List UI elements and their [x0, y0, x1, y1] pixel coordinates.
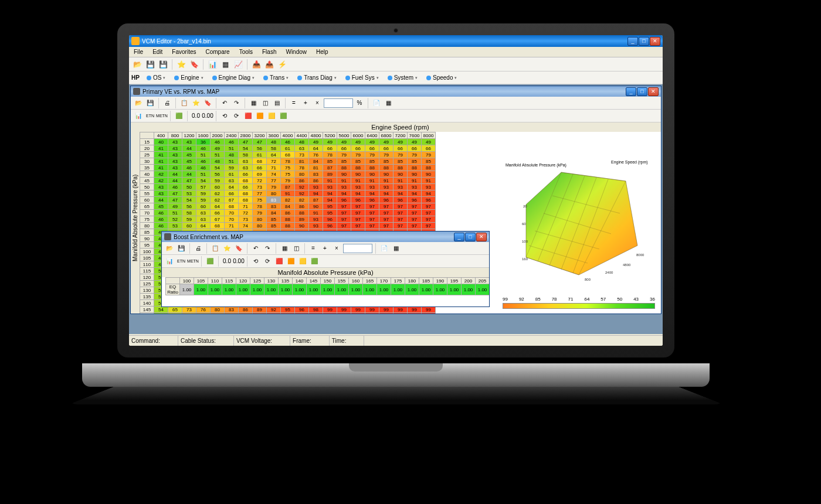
table-cell[interactable]: 86	[295, 203, 309, 210]
table-cell[interactable]: 67	[211, 216, 225, 223]
table-cell[interactable]: 43	[168, 158, 182, 165]
table-cell[interactable]: 97	[295, 313, 309, 314]
table-cell[interactable]: 94	[365, 190, 379, 197]
table-cell[interactable]: 97	[408, 216, 422, 223]
table-cell[interactable]: 1.00	[419, 284, 433, 295]
table-cell[interactable]: 1.00	[236, 284, 250, 295]
table-cell[interactable]: 79	[281, 178, 295, 184]
grid-icon[interactable]: ▦	[219, 59, 231, 70]
paste-icon[interactable]: 📋	[210, 243, 220, 254]
table-cell[interactable]: 97	[379, 203, 393, 210]
mode1-icon[interactable]: 📊	[133, 111, 144, 121]
table-cell[interactable]: 59	[211, 178, 225, 184]
table-cell[interactable]: 43	[168, 145, 182, 152]
table-cell[interactable]: 66	[379, 145, 393, 152]
table-cell[interactable]: 72	[239, 210, 253, 216]
table-cell[interactable]: 47	[168, 197, 182, 203]
save-icon[interactable]: 💾	[176, 243, 186, 254]
table-cell[interactable]: 88	[408, 165, 422, 171]
col-header[interactable]: 3200	[253, 132, 267, 139]
row-header[interactable]: EQ Ratio	[166, 284, 180, 295]
row-header[interactable]: 145	[140, 307, 154, 313]
table-cell[interactable]: 66	[337, 145, 351, 152]
tab-trans-diag[interactable]: Trans Diag▾	[293, 72, 341, 83]
table-cell[interactable]: 93	[351, 184, 365, 190]
table-cell[interactable]: 64	[267, 152, 281, 158]
table-cell[interactable]: 43	[168, 165, 182, 171]
table-cell[interactable]: 1.00	[476, 284, 490, 295]
close-button[interactable]: ✕	[650, 37, 660, 46]
table-cell[interactable]: 93	[379, 184, 393, 190]
table-cell[interactable]: 63	[239, 165, 253, 171]
table-cell[interactable]: 41	[154, 158, 168, 165]
table-cell[interactable]: 91	[408, 178, 422, 184]
table-cell[interactable]: 51	[168, 210, 182, 216]
table-cell[interactable]: 49	[393, 139, 408, 145]
table-cell[interactable]: 94	[309, 190, 323, 197]
table-cell[interactable]: 49	[337, 139, 351, 145]
table-cell[interactable]: 93	[408, 184, 422, 190]
table-cell[interactable]: 49	[365, 139, 379, 145]
table-cell[interactable]: 84	[225, 313, 239, 314]
table-cell[interactable]: 44	[154, 197, 168, 203]
table-cell[interactable]: 41	[154, 145, 168, 152]
table-cell[interactable]: 97	[393, 223, 408, 229]
table-cell[interactable]: 79	[365, 152, 379, 158]
paste-icon[interactable]: 📋	[179, 98, 189, 108]
col-header[interactable]: 115	[222, 278, 236, 284]
undo-icon[interactable]: ↶	[250, 243, 261, 254]
table-cell[interactable]: 74	[267, 171, 281, 178]
view3d-icon[interactable]: ◫	[291, 243, 301, 254]
col-header[interactable]: 145	[307, 278, 321, 284]
table-cell[interactable]: 73	[239, 216, 253, 223]
table-cell[interactable]: 77	[196, 313, 211, 314]
col-header[interactable]: 150	[321, 278, 335, 284]
table-cell[interactable]: 48	[295, 139, 309, 145]
row-header[interactable]: 25	[140, 152, 154, 158]
table-cell[interactable]: 89	[323, 171, 337, 178]
table-cell[interactable]: 97	[393, 210, 408, 216]
row-header[interactable]: 55	[140, 190, 154, 197]
table-cell[interactable]: 95	[323, 203, 337, 210]
table-cell[interactable]: 99	[408, 307, 422, 313]
table-cell[interactable]: 78	[323, 152, 337, 158]
table-cell[interactable]: 49	[408, 139, 422, 145]
table-cell[interactable]: 66	[351, 145, 365, 152]
col-header[interactable]: 160	[349, 278, 363, 284]
table-cell[interactable]: 93	[422, 184, 436, 190]
row-header[interactable]: 65	[140, 203, 154, 210]
maximize-button[interactable]: □	[639, 37, 649, 46]
table-cell[interactable]: 85	[422, 158, 436, 165]
table-cell[interactable]: 85	[267, 216, 281, 223]
table-cell[interactable]: 84	[309, 158, 323, 165]
color4-icon[interactable]: 🟩	[309, 256, 320, 267]
table-cell[interactable]: 49	[211, 145, 225, 152]
table-cell[interactable]: 92	[295, 184, 309, 190]
row-header[interactable]: 110	[140, 261, 154, 268]
table-cell[interactable]: 93	[393, 184, 408, 190]
doc-minimize-button[interactable]: _	[454, 233, 464, 241]
table-cell[interactable]: 91	[309, 210, 323, 216]
table-cell[interactable]: 75	[253, 197, 267, 203]
table-cell[interactable]: 47	[253, 139, 267, 145]
table-cell[interactable]: 91	[281, 190, 295, 197]
table-cell[interactable]: 66	[393, 145, 408, 152]
table-cell[interactable]: 78	[295, 165, 309, 171]
favorite-icon[interactable]: ⭐	[222, 243, 232, 254]
bookmark-icon[interactable]: 🔖	[202, 98, 213, 108]
col-header[interactable]: 5200	[323, 132, 337, 139]
table-cell[interactable]: 1.00	[194, 284, 208, 295]
table-cell[interactable]: 58	[239, 152, 253, 158]
rotate-left-icon[interactable]: ⟲	[219, 111, 230, 121]
table-cell[interactable]: 90	[295, 223, 309, 229]
equals-op[interactable]: =	[289, 98, 299, 108]
table-cell[interactable]: 42	[154, 171, 168, 178]
table-cell[interactable]: 66	[168, 313, 182, 314]
table-cell[interactable]: 40	[154, 139, 168, 145]
table-cell[interactable]: 97	[422, 216, 436, 223]
table-cell[interactable]: 64	[211, 203, 225, 210]
table-cell[interactable]: 57	[196, 184, 211, 190]
table-cell[interactable]: 1.00	[335, 284, 349, 295]
table-cell[interactable]: 1.00	[222, 284, 236, 295]
table-cell[interactable]: 66	[239, 171, 253, 178]
